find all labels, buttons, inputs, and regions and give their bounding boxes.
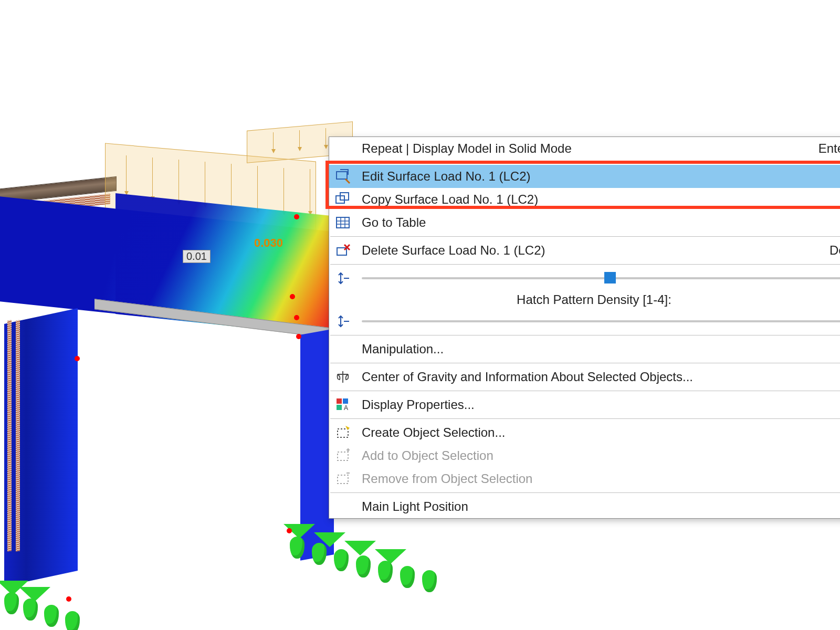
slider-track[interactable] [362, 320, 840, 322]
support-icon [400, 566, 415, 588]
support-icon [4, 592, 19, 614]
menu-separator [330, 492, 840, 493]
support-icon [378, 561, 393, 583]
load-arrow-icon [126, 155, 127, 192]
menu-separator [330, 335, 840, 335]
load-arrow-icon [257, 166, 258, 210]
copy-load-icon [333, 190, 352, 209]
menu-item-create-object-selection[interactable]: Create Object Selection... [329, 421, 840, 444]
menu-separator [330, 418, 840, 419]
load-display-slider[interactable] [329, 267, 840, 290]
menu-label: Create Object Selection... [362, 425, 840, 440]
wall-rebar [7, 320, 12, 552]
support-icon [23, 598, 38, 621]
menu-separator [330, 391, 840, 391]
vertical-adjust-icon [333, 312, 352, 331]
menu-item-main-light-position[interactable]: Main Light Position [329, 495, 840, 518]
support-icon [356, 555, 371, 578]
node-icon [287, 528, 292, 533]
menu-label: Center of Gravity and Information About … [362, 370, 840, 384]
menu-item-go-to-table[interactable]: Go to Table [329, 211, 840, 234]
balance-scale-icon [333, 368, 352, 386]
hatch-density-label: Hatch Pattern Density [1-4]: [329, 290, 840, 310]
load-arrow-icon [284, 168, 284, 212]
blank-icon [333, 497, 352, 516]
hatch-density-slider[interactable] [329, 310, 840, 333]
table-icon [333, 213, 352, 232]
create-selection-icon [333, 423, 352, 442]
menu-separator [330, 236, 840, 237]
menu-label: Go to Table [362, 215, 840, 230]
support-icon [344, 541, 376, 555]
menu-label: Display Properties... [362, 397, 840, 412]
menu-label: Manipulation... [362, 342, 840, 356]
svg-rect-5 [337, 398, 342, 404]
load-arrow-icon [310, 169, 310, 212]
menu-shortcut: Del [830, 243, 840, 258]
support-icon [65, 611, 80, 630]
menu-item-edit-surface-load[interactable]: Edit Surface Load No. 1 (LC2) [329, 165, 840, 188]
svg-rect-6 [337, 405, 342, 410]
menu-item-display-properties[interactable]: A Display Properties... [329, 393, 840, 416]
load-arrow-icon [326, 128, 326, 146]
menu-label: Remove from Object Selection [362, 471, 840, 486]
load-arrow-icon [152, 158, 153, 197]
svg-rect-11 [338, 475, 348, 484]
load-arrow-icon [273, 132, 274, 150]
menu-separator [330, 264, 840, 265]
node-icon [290, 294, 295, 299]
menu-item-center-of-gravity[interactable]: Center of Gravity and Information About … [329, 365, 840, 388]
svg-rect-0 [337, 172, 347, 179]
display-properties-icon: A [333, 395, 352, 414]
menu-label: Delete Surface Load No. 1 (LC2) [362, 243, 808, 258]
dimension-label: 0.030 [254, 236, 283, 250]
menu-label: Repeat | Display Model in Solid Mode [362, 141, 797, 156]
menu-item-remove-from-object-selection: Remove from Object Selection [329, 467, 840, 490]
node-icon [294, 315, 299, 320]
support-icon [375, 549, 406, 564]
node-icon [296, 334, 301, 339]
node-icon [66, 596, 71, 602]
svg-text:A: A [344, 404, 348, 412]
blank-icon [333, 340, 352, 359]
menu-label: Hatch Pattern Density [1-4]: [517, 292, 671, 307]
menu-item-add-to-object-selection: Add to Object Selection [329, 444, 840, 467]
load-arrow-icon [299, 130, 300, 148]
menu-separator [330, 363, 840, 363]
load-arrow-icon [205, 162, 205, 205]
support-icon [422, 570, 437, 592]
menu-label: Main Light Position [362, 499, 840, 514]
slider-thumb[interactable] [604, 272, 616, 284]
remove-selection-icon [333, 469, 352, 488]
svg-rect-3 [337, 217, 349, 228]
menu-item-manipulation[interactable]: Manipulation... [329, 338, 840, 361]
context-menu[interactable]: Repeat | Display Model in Solid Mode Ent… [329, 136, 840, 519]
blank-icon [333, 139, 352, 158]
wall [4, 308, 78, 586]
svg-rect-7 [343, 398, 348, 404]
delete-load-icon [333, 241, 352, 260]
menu-item-repeat[interactable]: Repeat | Display Model in Solid Mode Ent… [329, 137, 840, 160]
slider-track[interactable] [362, 277, 840, 279]
menu-label: Add to Object Selection [362, 448, 840, 463]
wall-rebar [16, 320, 20, 552]
support-icon [312, 543, 327, 565]
menu-label: Edit Surface Load No. 1 (LC2) [362, 169, 840, 184]
menu-shortcut: Enter [818, 141, 840, 156]
add-selection-icon [333, 446, 352, 465]
vertical-adjust-icon [333, 269, 352, 288]
svg-rect-10 [338, 452, 348, 460]
menu-separator [330, 162, 840, 163]
menu-item-copy-surface-load[interactable]: Copy Surface Load No. 1 (LC2) [329, 188, 840, 211]
node-icon [294, 214, 299, 219]
menu-item-delete-surface-load[interactable]: Delete Surface Load No. 1 (LC2) Del [329, 239, 840, 262]
load-arrow-icon [231, 164, 232, 208]
support-icon [44, 605, 59, 627]
support-icon [334, 549, 349, 571]
menu-label: Copy Surface Load No. 1 (LC2) [362, 192, 840, 207]
svg-rect-9 [338, 429, 348, 437]
edit-load-icon [333, 167, 352, 186]
value-label: 0.01 [183, 250, 211, 263]
node-icon [75, 356, 80, 361]
load-arrow-icon [178, 160, 179, 202]
